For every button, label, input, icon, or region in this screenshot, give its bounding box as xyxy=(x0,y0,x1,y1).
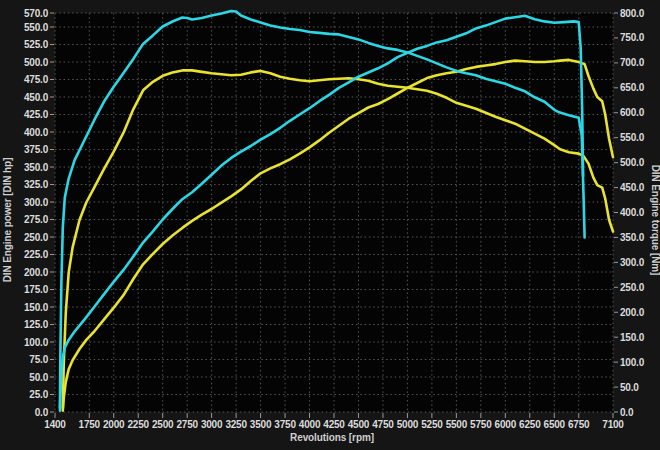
right-tick-label: 600.0 xyxy=(620,107,645,118)
right-tick-label: 200.0 xyxy=(620,307,645,318)
left-tick-label: 200.0 xyxy=(24,267,49,278)
left-tick-label: 75.0 xyxy=(29,354,48,365)
left-tick-label: 570.0 xyxy=(24,8,49,19)
x-tick-label: 3250 xyxy=(225,419,247,430)
x-tick-label: 4000 xyxy=(299,419,321,430)
left-tick-label: 400.0 xyxy=(24,127,49,138)
left-tick-label: 325.0 xyxy=(24,179,49,190)
x-tick-label: 4750 xyxy=(372,419,394,430)
right-tick-label: 300.0 xyxy=(620,257,645,268)
right-tick-label: 100.0 xyxy=(620,357,645,368)
left-tick-label: 175.0 xyxy=(24,284,49,295)
right-tick-label: 750.0 xyxy=(620,32,645,43)
left-tick-label: 250.0 xyxy=(24,232,49,243)
left-tick-label: 375.0 xyxy=(24,144,49,155)
left-tick-label: 225.0 xyxy=(24,249,49,260)
left-tick-label: 525.0 xyxy=(24,39,49,50)
right-tick-label: 150.0 xyxy=(620,332,645,343)
right-tick-label: 700.0 xyxy=(620,57,645,68)
x-tick-label: 6000 xyxy=(495,419,517,430)
left-tick-label: 550.0 xyxy=(24,22,49,33)
plot-layer: 1400175020002250250027503000325035003750… xyxy=(24,8,645,431)
right-tick-label: 0.0 xyxy=(620,407,634,418)
x-tick-label: 3500 xyxy=(250,419,272,430)
right-tick-label: 400.0 xyxy=(620,207,645,218)
x-tick-label: 6750 xyxy=(568,419,590,430)
left-tick-label: 350.0 xyxy=(24,162,49,173)
right-tick-label: 500.0 xyxy=(620,157,645,168)
plot-background xyxy=(55,13,613,412)
right-tick-label: 650.0 xyxy=(620,82,645,93)
left-tick-label: 300.0 xyxy=(24,197,49,208)
x-tick-label: 7100 xyxy=(602,419,624,430)
x-tick-label: 4250 xyxy=(323,419,345,430)
left-tick-label: 0.0 xyxy=(35,407,49,418)
x-tick-label: 3000 xyxy=(201,419,223,430)
left-tick-label: 500.0 xyxy=(24,57,49,68)
right-tick-label: 450.0 xyxy=(620,182,645,193)
left-tick-label: 100.0 xyxy=(24,337,49,348)
left-tick-label: 150.0 xyxy=(24,302,49,313)
x-tick-label: 3750 xyxy=(274,419,296,430)
x-tick-label: 2750 xyxy=(176,419,198,430)
left-tick-label: 425.0 xyxy=(24,109,49,120)
left-tick-label: 450.0 xyxy=(24,92,49,103)
right-tick-label: 50.0 xyxy=(620,382,639,393)
x-tick-label: 2500 xyxy=(152,419,174,430)
right-tick-label: 350.0 xyxy=(620,232,645,243)
dyno-chart-screen: 1400175020002250250027503000325035003750… xyxy=(0,0,660,450)
x-tick-label: 4500 xyxy=(348,419,370,430)
left-tick-label: 25.0 xyxy=(29,389,48,400)
left-tick-label: 125.0 xyxy=(24,319,49,330)
left-tick-label: 275.0 xyxy=(24,214,49,225)
right-axis-title: DIN Engine torque [Nm] xyxy=(650,165,660,276)
x-tick-label: 5250 xyxy=(421,419,443,430)
dyno-chart: 1400175020002250250027503000325035003750… xyxy=(0,0,660,450)
left-tick-label: 50.0 xyxy=(29,372,48,383)
x-tick-label: 1750 xyxy=(79,419,101,430)
x-tick-label: 5500 xyxy=(446,419,468,430)
x-tick-label: 2000 xyxy=(103,419,125,430)
x-tick-label: 1400 xyxy=(44,419,66,430)
x-axis-title: Revolutions [rpm] xyxy=(290,432,374,443)
left-tick-label: 475.0 xyxy=(24,74,49,85)
left-axis-title: DIN Engine power [DIN hp] xyxy=(2,158,13,283)
right-tick-label: 800.0 xyxy=(620,8,645,19)
right-tick-label: 250.0 xyxy=(620,282,645,293)
x-tick-label: 5750 xyxy=(470,419,492,430)
x-tick-label: 5000 xyxy=(397,419,419,430)
right-tick-label: 550.0 xyxy=(620,132,645,143)
x-tick-label: 6250 xyxy=(519,419,541,430)
x-tick-label: 6500 xyxy=(544,419,566,430)
x-tick-label: 2250 xyxy=(127,419,149,430)
